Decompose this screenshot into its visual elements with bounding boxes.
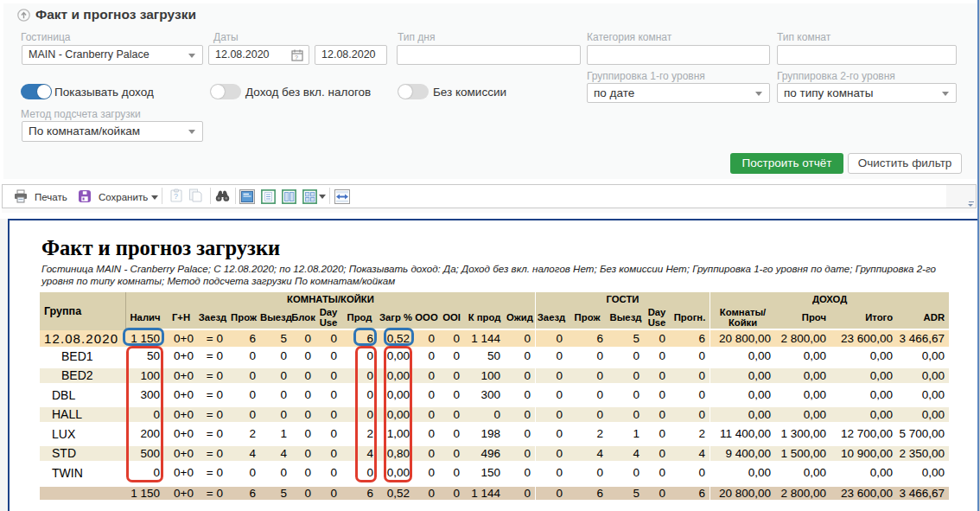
svg-text:?: ? xyxy=(295,54,298,61)
svg-text:?: ? xyxy=(174,192,178,201)
